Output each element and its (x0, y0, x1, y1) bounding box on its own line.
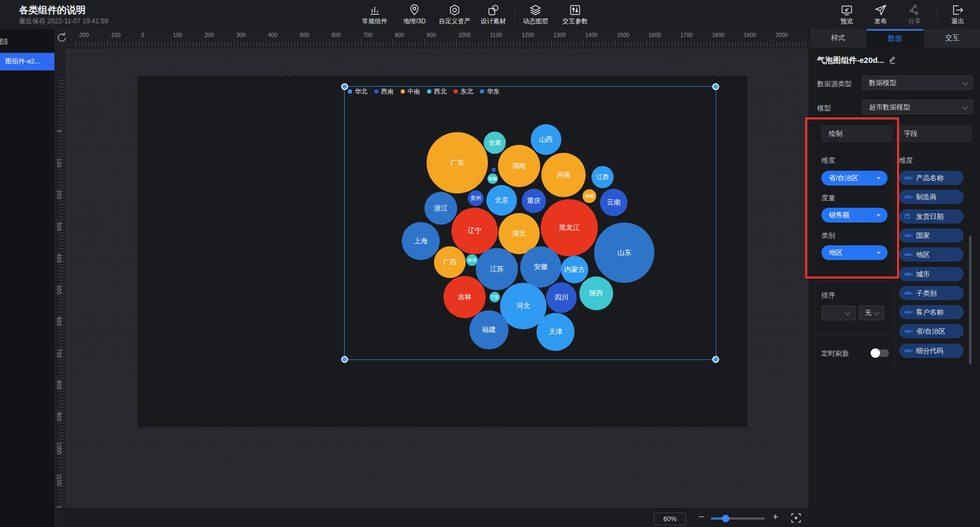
date-field-icon (904, 213, 915, 220)
shapes-icon (469, 3, 517, 16)
sort-label: 排序 (821, 291, 835, 300)
field-name: 客户名称 (916, 308, 944, 317)
panel-tab-样式[interactable]: 样式 (809, 29, 866, 48)
field-pill-发货日期[interactable]: 发货日期 (899, 209, 964, 224)
field-name: 地区 (916, 250, 930, 260)
selection-handle-top-left[interactable] (341, 84, 348, 90)
field-pill-产品名称[interactable]: ABC产品名称 (899, 171, 964, 185)
zoom-in-button[interactable]: + (770, 511, 781, 523)
toolbar-item-label: 设计素材 (469, 17, 517, 26)
field-name: 发货日期 (916, 212, 944, 221)
field-pill-地区[interactable]: ABC地区 (899, 247, 964, 262)
abc-field-icon: ABC (904, 348, 915, 353)
field-pill-子类别[interactable]: ABC子类别 (899, 286, 964, 300)
layers-panel-header: 图层 (0, 36, 7, 47)
selection-handle-bottom-left[interactable] (341, 356, 348, 363)
reset-view-icon[interactable] (55, 31, 69, 44)
abc-field-icon: ABC (904, 195, 915, 199)
abc-field-icon: ABC (904, 329, 915, 334)
field-name: 国家 (916, 231, 930, 241)
divider (816, 334, 893, 335)
toolbar-item-label: 分享 (891, 17, 938, 26)
toolbar-item-分享[interactable]: 分享 (891, 3, 938, 26)
field-pill-省/自治区[interactable]: ABC省/自治区 (899, 324, 964, 338)
field-name: 产品名称 (916, 173, 944, 183)
field-pill-国家[interactable]: ABC国家 (899, 228, 964, 243)
toolbar-item-退出[interactable]: 退出 (934, 3, 980, 26)
tab-fields[interactable]: 字段 (896, 125, 972, 142)
auto-refresh-toggle[interactable] (872, 349, 889, 357)
field-name: 制造商 (916, 192, 937, 202)
field-pill-城市[interactable]: ABC城市 (899, 267, 964, 281)
tab-draw[interactable]: 绘制 (821, 125, 893, 142)
field-name: 细分代码 (916, 346, 944, 356)
toolbar-item-交互参数[interactable]: 交互参数 (551, 3, 599, 26)
auto-refresh-label: 定时刷新 (821, 349, 849, 358)
zoom-level-value[interactable]: 60% (654, 513, 686, 525)
fields-scrollbar[interactable] (969, 235, 972, 365)
divider (0, 51, 54, 52)
toolbar-item-设计素材[interactable]: 设计素材 (469, 3, 517, 26)
abc-field-icon: ABC (904, 272, 915, 276)
abc-field-icon: ABC (904, 310, 915, 315)
sort-order-select[interactable]: 无 (859, 306, 884, 320)
last-saved-text: 最近保存 2022-11-07 19:41:59 (19, 17, 108, 26)
share-icon (891, 3, 938, 16)
panel-tab-数据[interactable]: 数据 (866, 29, 923, 48)
field-name: 省/自治区 (916, 327, 946, 336)
toolbar-item-label: 交互参数 (551, 17, 599, 26)
selection-box[interactable] (344, 86, 716, 360)
abc-field-icon: ABC (904, 252, 915, 257)
sort-field-select[interactable] (821, 306, 856, 320)
fit-to-screen-icon[interactable] (790, 512, 802, 524)
settings-panel: 样式数据交互 气泡图组件-e20d... 数据源类型 数据模型 模型 超市数据模… (809, 29, 980, 527)
divider (816, 280, 893, 281)
dimension-select[interactable]: 省/自治区 (821, 171, 887, 186)
vertical-ruler-ticks (59, 77, 64, 508)
selection-handle-top-right[interactable] (713, 84, 719, 90)
zoom-out-button[interactable]: − (696, 511, 707, 523)
category-select[interactable]: 地区 (821, 245, 887, 260)
zoom-slider-knob[interactable] (722, 515, 729, 522)
horizontal-ruler-ticks (76, 42, 809, 48)
field-pill-细分代码[interactable]: ABC细分代码 (899, 344, 964, 358)
abc-field-icon: ABC (904, 175, 915, 180)
canvas-bottom-bar: 60% − + (64, 508, 809, 527)
top-bar: 各类组件的说明 最近保存 2022-11-07 19:41:59 常规组件地理/… (0, 0, 980, 30)
toggle-knob (871, 348, 880, 358)
layer-item-bubble-chart[interactable]: 图组件-e2... (0, 53, 54, 70)
layers-panel: 图层 图组件-e2... (0, 29, 55, 527)
measure-select[interactable]: 销售额 (821, 208, 887, 223)
designer-app: 各类组件的说明 最近保存 2022-11-07 19:41:59 常规组件地理/… (0, 0, 980, 527)
exit-icon (934, 3, 980, 16)
divider (894, 117, 895, 370)
sliders-icon (551, 3, 599, 16)
divider (0, 70, 54, 71)
project-title: 各类组件的说明 (19, 4, 86, 16)
component-name: 气泡图组件-e20d... (817, 56, 896, 66)
fields-dimension-header: 维度 (899, 156, 913, 165)
datasource-type-select[interactable]: 数据模型 (862, 76, 973, 90)
selection-handle-bottom-right[interactable] (713, 356, 719, 363)
model-select[interactable]: 超市数据模型 (862, 100, 973, 114)
field-pill-客户名称[interactable]: ABC客户名称 (899, 305, 964, 319)
model-label: 模型 (817, 104, 831, 113)
datasource-type-label: 数据源类型 (817, 79, 852, 89)
dimension-label: 维度 (821, 156, 835, 165)
abc-field-icon: ABC (904, 291, 915, 295)
category-label: 类别 (821, 231, 835, 241)
toolbar-item-label: 退出 (934, 17, 980, 26)
measure-label: 度量 (821, 193, 835, 203)
field-pill-制造商[interactable]: ABC制造商 (899, 190, 964, 204)
panel-tab-交互[interactable]: 交互 (923, 29, 980, 48)
field-name: 城市 (916, 270, 930, 279)
abc-field-icon: ABC (904, 233, 915, 238)
field-name: 子类别 (916, 289, 937, 298)
edit-name-icon[interactable] (889, 56, 896, 64)
